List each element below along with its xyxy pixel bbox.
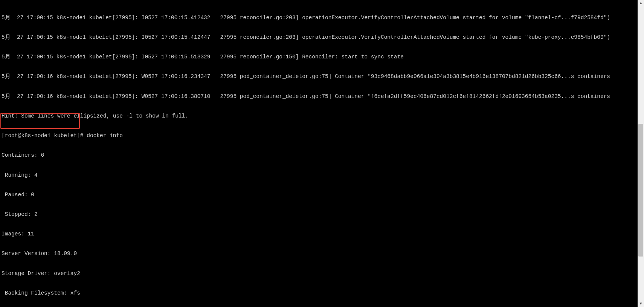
hint-line: Hint: Some lines were ellipsized, use -l… xyxy=(2,113,636,119)
scrollbar-track[interactable] xyxy=(638,6,644,301)
docker-info-line: Backing Filesystem: xfs xyxy=(2,290,636,296)
log-line: 5月 27 17:00:15 k8s-node1 kubelet[27995]:… xyxy=(2,15,636,21)
scroll-down-button[interactable]: ▼ xyxy=(638,301,644,307)
docker-info-line: Containers: 6 xyxy=(2,152,636,159)
scroll-up-button[interactable]: ▲ xyxy=(638,0,644,6)
log-line: 5月 27 17:00:16 k8s-node1 kubelet[27995]:… xyxy=(2,73,636,80)
shell-prompt[interactable]: [root@k8s-node1 kubelet]# docker info xyxy=(2,133,636,139)
vertical-scrollbar[interactable]: ▲ ▼ xyxy=(638,0,644,307)
chevron-up-icon: ▲ xyxy=(639,0,642,6)
docker-info-line: Storage Driver: overlay2 xyxy=(2,270,636,277)
docker-info-line: Images: 11 xyxy=(2,231,636,237)
docker-info-line: Running: 4 xyxy=(2,172,636,179)
log-line: 5月 27 17:00:15 k8s-node1 kubelet[27995]:… xyxy=(2,34,636,41)
scrollbar-thumb[interactable] xyxy=(638,124,643,256)
chevron-down-icon: ▼ xyxy=(639,301,642,307)
log-line: 5月 27 17:00:16 k8s-node1 kubelet[27995]:… xyxy=(2,93,636,100)
terminal-output: 5月 27 17:00:15 k8s-node1 kubelet[27995]:… xyxy=(0,0,638,307)
log-line: 5月 27 17:00:15 k8s-node1 kubelet[27995]:… xyxy=(2,54,636,60)
docker-info-line: Paused: 0 xyxy=(2,192,636,198)
docker-info-line: Server Version: 18.09.0 xyxy=(2,250,636,257)
docker-info-line: Stopped: 2 xyxy=(2,211,636,218)
